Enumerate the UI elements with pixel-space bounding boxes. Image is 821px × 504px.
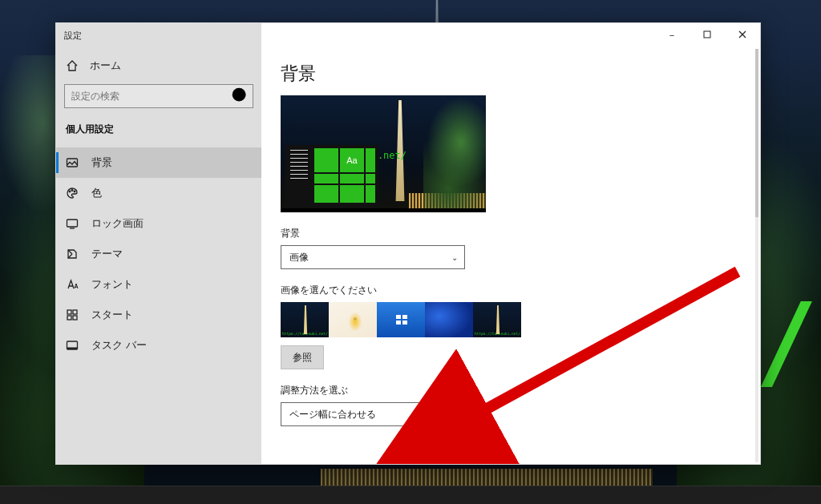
close-button[interactable] bbox=[725, 23, 760, 47]
svg-point-3 bbox=[69, 191, 71, 192]
svg-rect-0 bbox=[704, 31, 710, 38]
taskbar[interactable] bbox=[0, 486, 821, 504]
search-icon bbox=[229, 84, 253, 108]
maximize-button[interactable] bbox=[690, 23, 725, 47]
sidebar-section-title: 個人用設定 bbox=[56, 115, 261, 147]
home-label: ホーム bbox=[90, 58, 121, 73]
sidebar-item-lockscreen[interactable]: ロック画面 bbox=[56, 208, 261, 239]
sidebar-item-fonts[interactable]: フォント bbox=[56, 269, 261, 300]
close-icon bbox=[738, 30, 746, 40]
sidebar-item-label: スタート bbox=[91, 308, 133, 322]
search-input[interactable] bbox=[65, 91, 229, 102]
titlebar[interactable]: 設定 − bbox=[56, 23, 760, 47]
minimize-icon: − bbox=[669, 30, 674, 40]
thumb-1[interactable]: https://takosuki.net/ bbox=[281, 302, 329, 337]
thumb-5[interactable]: https://takosuki.net/ bbox=[473, 302, 521, 337]
taskbar-icon bbox=[66, 339, 79, 352]
sidebar-item-themes[interactable]: テーマ bbox=[56, 239, 261, 269]
theme-icon bbox=[66, 248, 79, 260]
sidebar: ホーム 個人用設定 背景 色 ロック画面 bbox=[56, 47, 261, 464]
svg-rect-9 bbox=[67, 316, 71, 320]
start-icon bbox=[66, 308, 79, 321]
home-link[interactable]: ホーム bbox=[56, 52, 261, 79]
palette-icon bbox=[66, 187, 79, 200]
picture-icon bbox=[66, 156, 79, 169]
settings-window: 設定 − ホーム bbox=[55, 22, 761, 465]
fit-select-value: ページ幅に合わせる bbox=[289, 408, 376, 421]
sidebar-item-taskbar[interactable]: タスク バー bbox=[56, 330, 261, 361]
svg-point-5 bbox=[74, 191, 75, 192]
font-icon bbox=[66, 278, 79, 291]
svg-point-4 bbox=[71, 190, 73, 192]
page-title: 背景 bbox=[281, 62, 741, 86]
browse-button-label: 参照 bbox=[293, 351, 312, 365]
browse-button[interactable]: 参照 bbox=[281, 345, 324, 369]
sidebar-item-label: 色 bbox=[91, 186, 102, 200]
preview-startmenu: Aa bbox=[285, 145, 378, 208]
thumb-2[interactable] bbox=[329, 302, 377, 337]
minimize-button[interactable]: − bbox=[654, 23, 690, 47]
svg-point-1 bbox=[233, 88, 246, 102]
preview-sample-text: Aa bbox=[340, 148, 364, 172]
thumb-3[interactable] bbox=[377, 302, 425, 337]
sidebar-item-start[interactable]: スタート bbox=[56, 300, 261, 330]
maximize-icon bbox=[703, 30, 711, 40]
search-box[interactable] bbox=[64, 84, 253, 108]
background-type-value: 画像 bbox=[289, 251, 309, 264]
thumb-4[interactable] bbox=[425, 302, 473, 337]
background-type-select[interactable]: 画像 ⌄ bbox=[281, 245, 465, 269]
home-icon bbox=[66, 59, 79, 72]
svg-rect-7 bbox=[67, 310, 71, 314]
svg-rect-6 bbox=[67, 220, 78, 227]
desktop-preview: suki.net/ Aa bbox=[281, 95, 486, 212]
scrollbar-thumb[interactable] bbox=[755, 49, 758, 217]
content-pane: 背景 suki.net/ Aa bbox=[261, 47, 760, 464]
sidebar-item-colors[interactable]: 色 bbox=[56, 178, 261, 208]
sidebar-item-label: テーマ bbox=[91, 247, 123, 261]
chevron-down-icon: ⌄ bbox=[451, 253, 458, 262]
svg-rect-8 bbox=[73, 310, 77, 314]
background-select-label: 背景 bbox=[281, 227, 741, 240]
sidebar-item-label: ロック画面 bbox=[91, 216, 144, 231]
svg-rect-10 bbox=[73, 316, 77, 320]
window-title: 設定 bbox=[56, 30, 82, 42]
sidebar-item-label: フォント bbox=[91, 277, 133, 292]
chevron-down-icon: ⌄ bbox=[451, 410, 458, 419]
sidebar-item-label: タスク バー bbox=[91, 338, 147, 353]
image-thumbnails: https://takosuki.net/ https://takosuki.n… bbox=[281, 302, 741, 337]
fit-select[interactable]: ページ幅に合わせる ⌄ bbox=[281, 402, 465, 426]
svg-rect-12 bbox=[67, 348, 78, 350]
choose-image-label: 画像を選んでください bbox=[281, 284, 741, 297]
sidebar-item-background[interactable]: 背景 bbox=[56, 147, 261, 178]
lockscreen-icon bbox=[66, 217, 79, 230]
sidebar-item-label: 背景 bbox=[91, 155, 112, 170]
fit-select-label: 調整方法を選ぶ bbox=[281, 384, 741, 397]
